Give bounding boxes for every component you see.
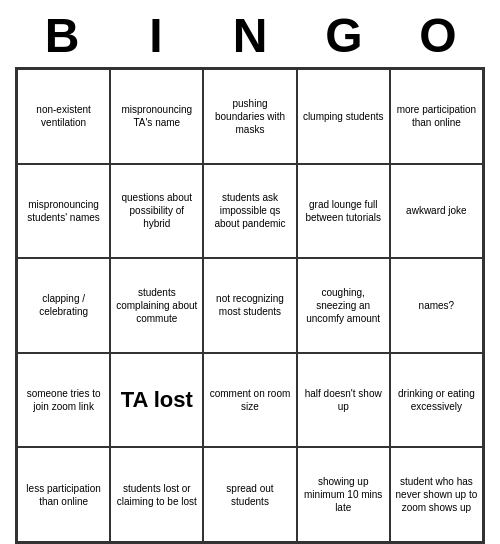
- bingo-cell-24: student who has never shown up to zoom s…: [390, 447, 483, 542]
- bingo-cell-10: clapping / celebrating: [17, 258, 110, 353]
- bingo-cell-11: students complaining about commute: [110, 258, 203, 353]
- bingo-cell-17: comment on room size: [203, 353, 296, 448]
- bingo-cell-21: students lost or claiming to be lost: [110, 447, 203, 542]
- bingo-cell-18: half doesn't show up: [297, 353, 390, 448]
- bingo-title: B I N G O: [15, 0, 485, 67]
- title-g: G: [304, 8, 384, 63]
- bingo-cell-15: someone tries to join zoom link: [17, 353, 110, 448]
- bingo-cell-22: spread out students: [203, 447, 296, 542]
- bingo-cell-9: awkward joke: [390, 164, 483, 259]
- bingo-cell-2: pushing boundaries with masks: [203, 69, 296, 164]
- bingo-cell-20: less participation than online: [17, 447, 110, 542]
- title-o: O: [398, 8, 478, 63]
- bingo-cell-3: clumping students: [297, 69, 390, 164]
- bingo-cell-6: questions about possibility of hybrid: [110, 164, 203, 259]
- bingo-cell-23: showing up minimum 10 mins late: [297, 447, 390, 542]
- bingo-cell-14: names?: [390, 258, 483, 353]
- bingo-cell-13: coughing, sneezing an uncomfy amount: [297, 258, 390, 353]
- bingo-cell-7: students ask impossible qs about pandemi…: [203, 164, 296, 259]
- bingo-cell-19: drinking or eating excessively: [390, 353, 483, 448]
- bingo-cell-4: more participation than online: [390, 69, 483, 164]
- bingo-cell-0: non-existent ventilation: [17, 69, 110, 164]
- bingo-cell-16: TA lost: [110, 353, 203, 448]
- bingo-cell-8: grad lounge full between tutorials: [297, 164, 390, 259]
- bingo-grid: non-existent ventilationmispronouncing T…: [15, 67, 485, 544]
- title-n: N: [210, 8, 290, 63]
- bingo-cell-1: mispronouncing TA's name: [110, 69, 203, 164]
- bingo-cell-5: mispronouncing students' names: [17, 164, 110, 259]
- bingo-cell-12: not recognizing most students: [203, 258, 296, 353]
- title-b: B: [22, 8, 102, 63]
- title-i: I: [116, 8, 196, 63]
